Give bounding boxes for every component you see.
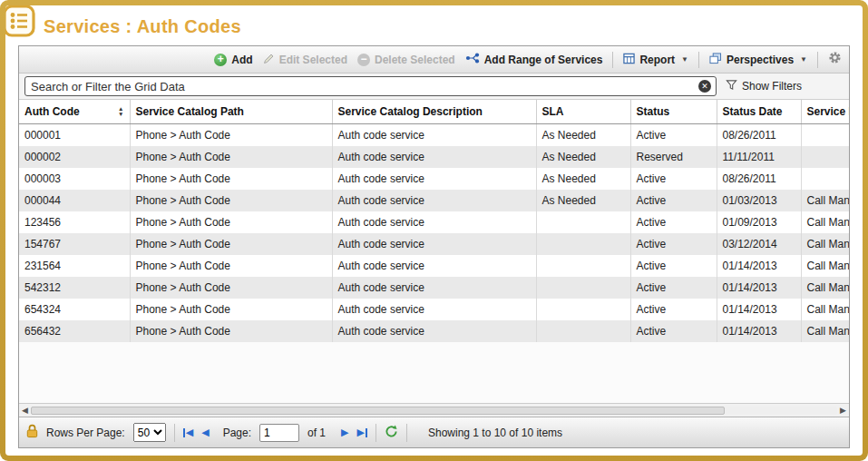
table-row[interactable]: 000044Phone > Auth CodeAuth code service…	[19, 190, 849, 211]
footer-separator	[406, 424, 407, 442]
table-cell: Phone > Auth Code	[130, 146, 332, 168]
table-cell: Active	[630, 190, 717, 211]
table-row[interactable]: 154767Phone > Auth CodeAuth code service…	[19, 233, 849, 255]
pencil-icon	[263, 53, 275, 67]
footer-separator	[174, 424, 175, 442]
column-header-service-catalog-description[interactable]: Service Catalog Description	[332, 100, 536, 124]
table-cell: 01/14/2013	[717, 299, 801, 320]
add-button[interactable]: + Add	[214, 54, 252, 66]
edit-selected-label: Edit Selected	[279, 54, 347, 66]
table-cell: Reserved	[630, 146, 717, 168]
table-cell: Active	[630, 320, 717, 342]
table-cell: 01/14/2013	[717, 320, 801, 342]
table-cell: Phone > Auth Code	[130, 211, 332, 233]
table-cell: 08/26/2011	[717, 168, 801, 190]
page-number-input[interactable]	[259, 424, 299, 442]
column-header-sla[interactable]: SLA	[536, 100, 630, 124]
edit-selected-button[interactable]: Edit Selected	[263, 53, 347, 67]
scroll-right-icon[interactable]: ▶	[840, 407, 846, 415]
delete-selected-label: Delete Selected	[375, 54, 455, 66]
table-cell: Call Manag	[801, 233, 849, 255]
window-content: Services : Auth Codes + Add Edit Selecte…	[5, 5, 863, 456]
toolbar-separator	[817, 52, 818, 68]
perspectives-label: Perspectives	[727, 54, 794, 66]
delete-selected-button[interactable]: − Delete Selected	[357, 54, 455, 66]
table-cell	[801, 168, 849, 190]
table-cell: Phone > Auth Code	[130, 277, 332, 299]
sort-icon[interactable]: ▲▼	[118, 106, 123, 117]
rows-per-page-select[interactable]: 50	[133, 423, 166, 442]
table-row[interactable]: 000002Phone > Auth CodeAuth code service…	[19, 146, 849, 168]
last-page-button[interactable]: ▶	[357, 427, 367, 437]
table-row[interactable]: 000001Phone > Auth CodeAuth code service…	[19, 124, 849, 147]
column-header-service-catalog-path[interactable]: Service Catalog Path	[130, 100, 332, 124]
table-cell: As Needed	[536, 146, 630, 168]
add-button-label: Add	[231, 54, 252, 66]
table-cell	[536, 211, 630, 233]
table-cell: 01/14/2013	[717, 255, 801, 277]
lock-icon	[26, 424, 38, 441]
table-row[interactable]: 000003Phone > Auth CodeAuth code service…	[19, 168, 849, 190]
table-cell: As Needed	[536, 168, 630, 190]
table-cell: Call Manag	[801, 190, 849, 211]
table-cell: Auth code service	[332, 190, 536, 211]
services-table: Auth Code ▲▼ Service Catalog Path Servic…	[19, 100, 849, 342]
data-grid: Auth Code ▲▼ Service Catalog Path Servic…	[19, 100, 849, 403]
table-cell: Phone > Auth Code	[130, 168, 332, 190]
column-header-service-host[interactable]: Service H	[801, 100, 849, 124]
scroll-left-icon[interactable]: ◀	[22, 407, 28, 415]
clear-search-icon[interactable]: ✕	[698, 80, 711, 93]
horizontal-scrollbar[interactable]: ◀ ▶	[19, 403, 849, 417]
table-cell: Auth code service	[332, 168, 536, 190]
next-page-button[interactable]: ▶	[341, 427, 348, 437]
table-row[interactable]: 542312Phone > Auth CodeAuth code service…	[19, 277, 849, 299]
perspectives-button[interactable]: Perspectives ▼	[709, 53, 807, 67]
table-row[interactable]: 654324Phone > Auth CodeAuth code service…	[19, 299, 849, 320]
scrollbar-thumb[interactable]	[31, 407, 725, 415]
table-header-row: Auth Code ▲▼ Service Catalog Path Servic…	[19, 100, 849, 124]
table-cell: Active	[630, 277, 717, 299]
table-cell: Phone > Auth Code	[130, 320, 332, 342]
show-filters-button[interactable]: Show Filters	[726, 79, 844, 93]
table-row[interactable]: 656432Phone > Auth CodeAuth code service…	[19, 320, 849, 342]
table-cell: 000003	[19, 168, 130, 190]
table-cell: Auth code service	[332, 299, 536, 320]
table-cell	[536, 233, 630, 255]
layered-windows-icon	[709, 53, 722, 67]
table-cell: Auth code service	[332, 277, 536, 299]
gear-icon[interactable]	[828, 51, 842, 68]
table-row[interactable]: 123456Phone > Auth CodeAuth code service…	[19, 211, 849, 233]
app-window: Services : Auth Codes + Add Edit Selecte…	[0, 0, 868, 461]
search-field-wrap: ✕	[24, 76, 717, 96]
table-cell: Auth code service	[332, 233, 536, 255]
table-row[interactable]: 231564Phone > Auth CodeAuth code service…	[19, 255, 849, 277]
column-header-auth-code[interactable]: Auth Code ▲▼	[19, 100, 130, 124]
column-header-status[interactable]: Status	[630, 100, 717, 124]
search-input[interactable]	[31, 80, 694, 93]
first-page-button[interactable]: ◀	[183, 427, 193, 437]
scrollbar-track[interactable]	[31, 407, 837, 415]
table-cell: 000044	[19, 190, 130, 211]
table-cell: 000002	[19, 146, 130, 168]
table-cell	[801, 124, 849, 147]
table-cell: 01/14/2013	[717, 277, 801, 299]
add-range-label: Add Range of Services	[484, 54, 603, 66]
table-cell: Auth code service	[332, 320, 536, 342]
refresh-icon[interactable]	[385, 425, 398, 441]
table-cell: 656432	[19, 320, 130, 342]
table-cell: 542312	[19, 277, 130, 299]
table-cell: 03/12/2014	[717, 233, 801, 255]
table-cell: 08/26/2011	[717, 124, 801, 147]
chevron-down-icon: ▼	[800, 55, 807, 64]
table-cell: 154767	[19, 233, 130, 255]
table-cell	[536, 320, 630, 342]
table-cell: Phone > Auth Code	[130, 255, 332, 277]
title-bar: Services : Auth Codes	[18, 7, 850, 45]
column-label: Auth Code	[24, 105, 80, 118]
table-cell: As Needed	[536, 124, 630, 147]
column-header-status-date[interactable]: Status Date	[717, 100, 801, 124]
report-button[interactable]: Report ▼	[623, 53, 688, 67]
table-cell	[801, 146, 849, 168]
previous-page-button[interactable]: ◀	[201, 427, 209, 437]
add-range-of-services-button[interactable]: Add Range of Services	[465, 53, 603, 66]
